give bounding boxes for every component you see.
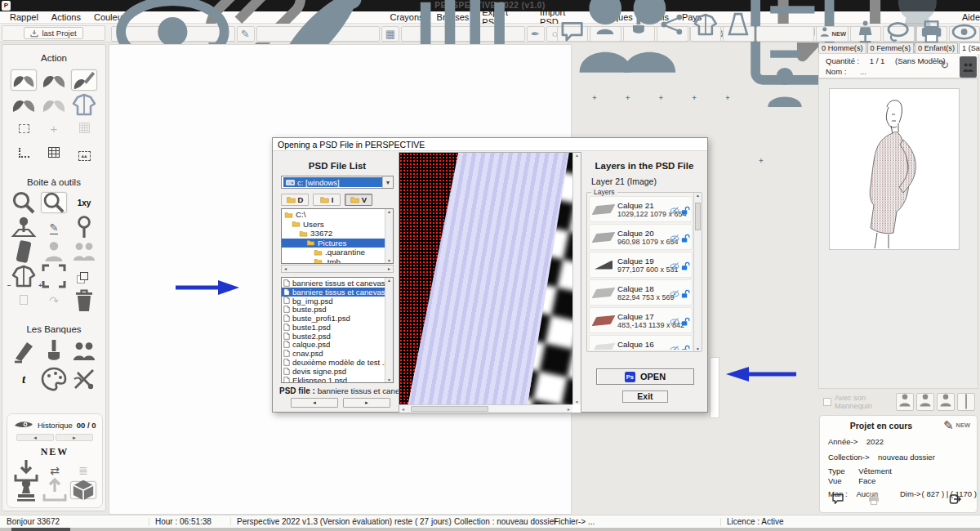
layer-item[interactable]: Calque 18 822,94 753 x 569 <box>589 279 693 306</box>
chat-bubble-icon[interactable] <box>557 26 588 42</box>
person-add-icon[interactable]: + <box>590 26 621 42</box>
folder-shortcut-button[interactable]: D <box>281 194 309 206</box>
tablet-icon[interactable] <box>957 393 975 411</box>
jacket-icon[interactable] <box>11 266 37 287</box>
dress-add-icon[interactable]: + <box>723 26 755 42</box>
layers-scroll-thumb[interactable] <box>695 203 701 230</box>
file-item[interactable]: banniere tissus et canevas1.psd <box>282 288 385 297</box>
glove-icon[interactable] <box>41 94 67 115</box>
folder-shortcut-button[interactable]: V <box>345 194 372 206</box>
canvas-scroll-strip[interactable] <box>710 357 719 418</box>
layer-item[interactable]: Calque 20 960,98 1079 x 654 <box>589 224 693 250</box>
file-item[interactable]: deuxième modèle de test .psd <box>282 358 385 367</box>
layer-visibility-toggle[interactable] <box>670 232 679 242</box>
layer-visibility-toggle[interactable] <box>670 315 679 325</box>
project-export-icon[interactable] <box>949 493 962 506</box>
person-share-icon[interactable] <box>71 241 97 262</box>
person-new-button[interactable]: NEW <box>816 26 849 42</box>
layer-visibility-toggle[interactable] <box>670 204 679 214</box>
outfit-add-icon[interactable]: + <box>690 26 722 42</box>
dropdown-arrow-icon[interactable]: ▼ <box>382 176 393 188</box>
folder-item[interactable]: Users <box>282 220 385 230</box>
brush-add-icon[interactable]: + <box>623 26 655 42</box>
layer-item[interactable]: Calque 21 1029,122 1079 x 654 <box>589 196 693 222</box>
preview-vscrollbar[interactable]: ▲▼ <box>572 153 581 404</box>
layer-item[interactable]: Calque 17 483,-143 1139 x 842 <box>589 307 693 333</box>
exit-button[interactable]: Exit <box>622 390 668 403</box>
file-next-button[interactable]: ► <box>343 398 390 408</box>
item-0-enfant-s[interactable]: 0 Enfant(s) <box>915 42 958 53</box>
garment-color-icon[interactable] <box>71 94 97 115</box>
layer-visibility-toggle[interactable] <box>670 260 679 270</box>
woman-icon[interactable] <box>916 393 934 411</box>
layer-item[interactable]: Calque 19 977,107 600 x 531 <box>589 252 693 278</box>
layer-item[interactable]: Calque 16 250,-5 1089 x 677 <box>589 335 693 350</box>
project-new-button[interactable]: ✎ NEW <box>943 419 970 431</box>
layer-lock-toggle[interactable] <box>680 315 690 325</box>
file-item[interactable]: Eklispseo 1.psd <box>282 376 385 383</box>
nodes-add-icon[interactable]: + <box>657 26 688 42</box>
file-item[interactable]: devis signe.psd <box>282 367 385 376</box>
folder-item[interactable]: .tmb <box>282 257 385 265</box>
folder-tree-hscrollbar[interactable]: ◄► <box>281 265 394 273</box>
layer-lock-toggle[interactable] <box>680 204 690 214</box>
file-item[interactable]: cnav.psd <box>282 349 385 358</box>
folder-item[interactable]: C:\ <box>282 210 385 220</box>
printer-icon[interactable] <box>916 26 947 42</box>
mannequin-checkbox[interactable] <box>823 398 831 406</box>
model-sketch-card[interactable] <box>829 88 960 250</box>
project-chat-icon[interactable] <box>831 493 844 506</box>
image-select-icon[interactable]: ▴▴ <box>71 143 97 164</box>
open-button[interactable]: Ps OPEN <box>596 368 694 385</box>
file-item[interactable]: buste1.psd <box>282 323 385 332</box>
child-icon[interactable] <box>937 393 955 411</box>
project-printer-icon[interactable] <box>867 493 880 506</box>
list-icon[interactable]: ≣ <box>70 462 96 480</box>
folder-item[interactable]: Pictures <box>282 239 385 248</box>
leaf-brush-icon[interactable] <box>256 26 381 42</box>
folder-tree-scrollbar[interactable]: ▲▼ <box>385 209 393 263</box>
layer-lock-toggle[interactable] <box>680 260 690 270</box>
file-item[interactable]: banniere tissus et canevas.psd <box>282 279 385 288</box>
file-item[interactable]: buste2.psd <box>282 332 385 341</box>
item-0-femme-s[interactable]: 0 Femme(s) <box>867 42 915 53</box>
grid-icon[interactable]: ▦ <box>381 26 399 42</box>
preview-hscroll-thumb[interactable] <box>411 406 488 412</box>
drive-select[interactable]: c: [windows] ▼ <box>281 176 394 189</box>
layer-lock-toggle[interactable] <box>680 343 690 350</box>
garment-add-icon[interactable]: + <box>756 26 814 42</box>
marker-icon[interactable] <box>11 341 37 362</box>
item-1-sans[interactable]: 1 (Sans) <box>959 42 980 54</box>
folder-item[interactable]: 33672 <box>282 229 385 239</box>
pen-nib-icon[interactable]: ✒ <box>527 26 545 42</box>
folder-item[interactable]: .quarantine <box>282 248 385 257</box>
refresh-icon[interactable]: ↻ <box>940 60 949 70</box>
file-item[interactable]: calque.psd <box>282 341 385 350</box>
file-item[interactable]: buste_profi1.psd <box>282 314 385 323</box>
file-prev-button[interactable]: ◄ <box>291 398 338 408</box>
pencil-icon[interactable]: ✎ <box>237 26 255 42</box>
lasso-icon[interactable] <box>883 26 914 42</box>
hands-fold-icon[interactable] <box>11 94 37 115</box>
layer-visibility-toggle[interactable] <box>670 343 679 350</box>
fine-grid-icon[interactable] <box>71 118 97 140</box>
palette-icon[interactable] <box>41 368 67 390</box>
mannequin-icon[interactable] <box>850 26 881 42</box>
man-icon[interactable] <box>896 393 914 411</box>
comb-icon[interactable] <box>401 26 525 42</box>
layer-visibility-toggle[interactable] <box>670 288 679 297</box>
eye-icon[interactable] <box>949 26 980 42</box>
file-list-scrollbar[interactable]: ▲▼ <box>385 278 393 382</box>
folder-shortcut-button[interactable]: I <box>313 194 341 206</box>
file-item[interactable]: buste.psd <box>282 305 385 314</box>
file-item[interactable]: bg_img.psd <box>282 297 385 306</box>
needles-icon[interactable] <box>71 368 97 390</box>
t-brand-icon[interactable]: t <box>11 368 37 390</box>
box-icon[interactable] <box>70 481 96 499</box>
tray-upload-icon[interactable] <box>42 481 68 499</box>
preview-eye-icon[interactable] <box>111 26 235 42</box>
person-icon[interactable] <box>41 241 67 262</box>
layer-lock-toggle[interactable] <box>680 288 690 297</box>
item-0-homme-s[interactable]: 0 Homme(s) <box>818 42 866 53</box>
group-dark-button[interactable] <box>960 56 977 78</box>
